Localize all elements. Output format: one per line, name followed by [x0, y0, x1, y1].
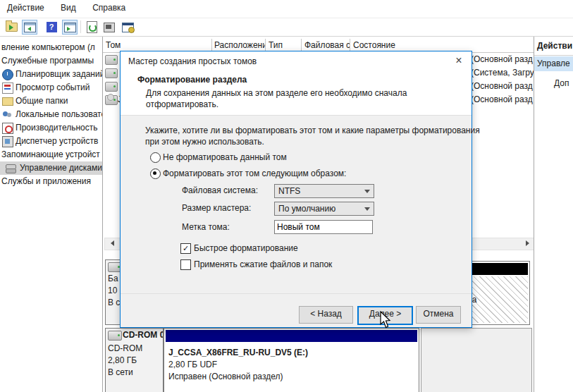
- radio-do-not-format-label[interactable]: Не форматировать данный том: [163, 152, 287, 162]
- column-header-layout[interactable]: Расположение: [211, 39, 266, 51]
- filesystem-value: NTFS: [275, 186, 300, 196]
- show-action-pane-button[interactable]: [62, 20, 78, 35]
- tree-item-device-manager[interactable]: Диспетчер устройств: [0, 135, 102, 148]
- back-button[interactable]: [4, 20, 19, 35]
- cdrom-partition[interactable]: J_CCSA_X86FRE_RU-RU_DV5 (E:) 2,80 ГБ UDF…: [164, 328, 419, 392]
- dialog-header: Форматирование раздела Для сохранения да…: [121, 71, 472, 116]
- actions-item-disk-management[interactable]: Управле: [534, 56, 573, 71]
- folder-back-icon: [6, 23, 18, 32]
- tree-item-label: Общие папки: [16, 94, 68, 108]
- scroll-left-arrow[interactable]: [105, 238, 116, 248]
- cdrom-icon: [108, 331, 122, 341]
- console-tree-icon: [24, 23, 36, 32]
- actions-panel-title: Действи: [537, 41, 572, 51]
- radio-format-volume[interactable]: [150, 169, 161, 179]
- left-triangle-icon: [108, 240, 114, 246]
- refresh-button[interactable]: [84, 20, 99, 35]
- cluster-size-label: Размер кластера:: [182, 203, 251, 213]
- column-header-type[interactable]: Тип: [266, 39, 302, 51]
- tree-item-label: Просмотр событий: [16, 81, 90, 94]
- close-icon[interactable]: ×: [450, 53, 467, 68]
- menu-view[interactable]: Вид: [54, 0, 83, 18]
- tree-item-task-scheduler[interactable]: Планировщик заданий: [0, 68, 102, 81]
- cd-volume-name: J_CCSA_X86FRE_RU-RU_DV5 (E:): [168, 348, 308, 357]
- actions-panel: Действи Управле Доп: [534, 37, 573, 392]
- dialog-intro-text: Укажите, хотите ли вы форматировать этот…: [145, 125, 482, 147]
- disk-management-icon: [6, 163, 16, 173]
- cancel-button[interactable]: Отмена: [416, 306, 461, 324]
- actions-header-divider: [534, 55, 573, 56]
- filesystem-select[interactable]: NTFS: [274, 184, 374, 198]
- tree-item-label: Локальные пользовате: [16, 108, 102, 121]
- radio-format-volume-label[interactable]: Форматировать этот том следующим образом…: [163, 169, 346, 178]
- cluster-size-value: По умолчанию: [275, 204, 335, 214]
- column-header-status[interactable]: Состояние: [350, 39, 534, 51]
- refresh-icon: [87, 21, 97, 33]
- tree-item-system-tools[interactable]: Служебные программы: [0, 54, 102, 68]
- tree-item-label: Планировщик заданий: [16, 68, 102, 81]
- tree-item-label: Управление дисками: [20, 161, 102, 175]
- quick-format-checkbox[interactable]: ✓: [180, 243, 191, 254]
- cdrom-status: В сети: [108, 367, 133, 377]
- menu-bar: Действие Вид Справка: [0, 0, 573, 18]
- actions-item-label: Управле: [534, 59, 570, 68]
- tree-item-performance[interactable]: Производительность: [0, 121, 102, 135]
- tree-item-services-apps[interactable]: Службы и приложения: [0, 175, 102, 188]
- cd-volume-icon: [105, 95, 118, 105]
- back-button[interactable]: < Назад: [299, 306, 353, 324]
- menu-help[interactable]: Справка: [85, 0, 133, 18]
- volume-icon: [105, 55, 118, 65]
- properties-icon: [104, 23, 115, 32]
- filesystem-label: Файловая система:: [182, 185, 258, 195]
- volume-label-input[interactable]: [274, 220, 373, 234]
- dialog-description: Для сохранения данных на этом разделе ег…: [146, 87, 442, 110]
- console-window-button[interactable]: [120, 20, 135, 35]
- dialog-title-bar[interactable]: Мастер создания простых томов ×: [121, 51, 472, 71]
- volume-label-label: Метка тома:: [182, 222, 230, 232]
- dialog-separator: [121, 293, 472, 294]
- column-header-filesystem[interactable]: Файловая система: [302, 39, 350, 51]
- tree-item-storage[interactable]: Запоминающие устройст: [0, 148, 102, 161]
- performance-icon: [2, 123, 13, 134]
- next-button[interactable]: Далее >: [357, 306, 413, 325]
- show-console-tree-button[interactable]: [22, 20, 37, 35]
- chevron-down-icon: [364, 190, 370, 196]
- tree-item-label: Запоминающие устройст: [1, 148, 100, 161]
- disk0-line1: Ба: [108, 274, 118, 283]
- console-window-icon: [122, 23, 134, 32]
- scroll-right-arrow[interactable]: [523, 238, 534, 248]
- properties-button[interactable]: [101, 20, 117, 35]
- cd-volume-info: 2,80 ГБ UDF: [168, 360, 217, 369]
- action-pane-icon: [64, 23, 76, 32]
- cluster-size-select[interactable]: По умолчанию: [274, 202, 374, 216]
- tree-item-local-users[interactable]: Локальные пользовате: [0, 108, 102, 121]
- tree-item-label: Диспетчер устройств: [16, 135, 98, 148]
- column-header-volume[interactable]: Том: [103, 39, 212, 51]
- task-scheduler-icon: [2, 69, 13, 80]
- event-viewer-icon: [2, 82, 13, 94]
- tree-item-shared-folders[interactable]: Общие папки: [0, 94, 102, 108]
- cdrom-type: CD-ROM: [108, 343, 142, 353]
- cdrom-label-cell[interactable]: CD-ROM 0 CD-ROM 2,80 ГБ В сети: [105, 328, 164, 392]
- tree-item-label: Производительность: [16, 121, 97, 135]
- help-button[interactable]: ?: [44, 20, 59, 35]
- chevron-down-icon: [364, 207, 370, 214]
- disk0-line2: 10: [108, 286, 117, 295]
- actions-item-more-actions[interactable]: Доп: [534, 76, 573, 91]
- tree-item-computer-management[interactable]: вление компьютером (л: [0, 41, 102, 54]
- tree-item-disk-management[interactable]: Управление дисками: [0, 161, 102, 175]
- menu-action[interactable]: Действие: [0, 0, 51, 18]
- compression-label[interactable]: Применять сжатие файлов и папок: [194, 259, 332, 269]
- actions-item-label: Доп: [534, 78, 569, 88]
- toolbar-separator: [80, 20, 81, 33]
- tree-item-event-viewer[interactable]: Просмотр событий: [0, 81, 102, 94]
- radio-do-not-format[interactable]: [150, 152, 161, 163]
- quick-format-label[interactable]: Быстрое форматирование: [194, 243, 298, 253]
- console-tree-panel: вление компьютером (л Служебные программ…: [0, 37, 102, 392]
- new-simple-volume-wizard: Мастер создания простых томов × Форматир…: [120, 51, 472, 328]
- local-users-icon: [2, 109, 12, 119]
- tree-item-label: Службы и приложения: [1, 175, 91, 188]
- compression-checkbox[interactable]: [180, 259, 191, 270]
- volume-icon: [105, 68, 118, 78]
- cd-volume-status: Исправен (Основной раздел): [168, 372, 283, 381]
